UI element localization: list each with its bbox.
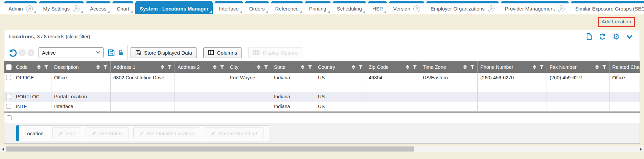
add-location-link[interactable]: Add Location	[601, 19, 631, 24]
tab-printing[interactable]: Printing	[305, 1, 331, 14]
filter-icon[interactable]	[44, 65, 48, 69]
cell-related-chart	[610, 102, 640, 111]
cell-fax-number	[547, 102, 610, 111]
cell-city	[227, 102, 271, 111]
sort-icon[interactable]	[533, 65, 536, 69]
filter-icon[interactable]	[602, 65, 606, 69]
sort-icon[interactable]	[37, 65, 41, 69]
chevron-down-icon[interactable]	[626, 34, 633, 39]
tab-hsp[interactable]: HSP	[368, 1, 387, 14]
pencil-icon	[59, 131, 63, 136]
tab-chart[interactable]: Chart	[112, 1, 134, 14]
filter-icon[interactable]	[220, 65, 224, 69]
panel-header: Locations, 3 / 8 records (clear filter) …	[4, 30, 640, 43]
sort-icon[interactable]	[352, 65, 355, 69]
create-org-chart-button: Create Org Chart	[205, 127, 263, 139]
row-checkbox[interactable]	[6, 104, 11, 109]
set-status-button: Set Status	[86, 127, 129, 139]
cell-code: INTF	[13, 102, 51, 111]
cell-city: Fort Wayne	[227, 73, 271, 92]
header-label: Country	[318, 64, 335, 70]
refresh-icon[interactable]	[599, 33, 606, 40]
gear-icon[interactable]: ⚙	[613, 33, 620, 40]
toolbar-divider	[245, 45, 245, 60]
external-link-icon	[488, 5, 495, 12]
tab-reference[interactable]: Reference	[271, 1, 303, 14]
table-row[interactable]: PORTLOC Portal Location Indiana US	[4, 92, 640, 102]
new-document-icon[interactable]	[586, 33, 592, 40]
footer-select-all-checkbox[interactable]	[7, 115, 12, 120]
tab-system-locations-manager[interactable]: System : Locations Manager	[135, 1, 213, 14]
tab-label: Access	[90, 6, 106, 12]
cell-country: US	[315, 102, 366, 111]
tab-orders[interactable]: Orders	[245, 1, 269, 14]
tab-scheduling[interactable]: Scheduling	[332, 1, 366, 14]
clear-filter-link[interactable]: clear filter	[67, 34, 89, 39]
scroll-right-arrow[interactable]	[638, 146, 644, 152]
store-displayed-data-button[interactable]: Store Displayed Data	[131, 47, 197, 58]
sort-icon[interactable]	[595, 65, 599, 69]
header-country: Country	[315, 61, 366, 73]
tab-provider-management[interactable]: Provider Management	[501, 1, 569, 14]
related-chart-link[interactable]: Office	[612, 75, 625, 80]
header-label: Code	[16, 64, 28, 70]
select-all-header-cell	[4, 61, 13, 73]
scrollbar-thumb[interactable]	[6, 146, 414, 152]
cell-fax-number	[547, 92, 610, 102]
scroll-left-arrow[interactable]	[0, 146, 6, 152]
tab-admin[interactable]: Admin	[4, 1, 37, 14]
header-label: Related Cha	[612, 64, 640, 70]
tab-interface[interactable]: Interface	[214, 1, 243, 14]
create-org-chart-label: Create Org Chart	[218, 131, 257, 136]
filter-icon[interactable]	[308, 65, 312, 69]
table-row[interactable]: INTF Interface Indiana US	[4, 102, 640, 112]
filter-icon[interactable]	[103, 65, 108, 69]
filter-icon[interactable]	[359, 65, 363, 69]
cell-phone-number	[478, 102, 547, 111]
cell-fax-number: (260) 459-6271	[547, 73, 610, 92]
sort-icon[interactable]	[96, 65, 100, 69]
tab-my-settings[interactable]: My Settings	[39, 1, 84, 14]
table-row[interactable]: OFFICE Office 6302 Constitution Drive Fo…	[4, 73, 640, 92]
filter-icon[interactable]	[413, 65, 417, 69]
tab-access[interactable]: Access	[86, 1, 111, 14]
columns-button[interactable]: Columns	[203, 47, 242, 58]
cell-address2	[175, 92, 227, 102]
filter-icon[interactable]	[264, 65, 268, 69]
tab-label: Employer Organizations	[431, 6, 485, 12]
sort-icon[interactable]	[301, 65, 304, 69]
header-label: Time Zone	[423, 64, 446, 70]
select-all-checkbox[interactable]	[6, 64, 12, 70]
sort-icon[interactable]	[161, 65, 164, 69]
sort-icon[interactable]	[463, 65, 467, 69]
cell-address1	[111, 92, 175, 102]
tab-label: Similar Exposure Groups (SEGs)	[575, 6, 644, 12]
status-filter-select[interactable]: Active	[39, 47, 104, 58]
next-page-icon[interactable]: ›	[27, 49, 34, 56]
row-checkbox[interactable]	[6, 75, 11, 80]
pencil-icon	[211, 131, 215, 136]
sort-icon[interactable]	[213, 65, 216, 69]
cell-related-chart	[610, 92, 640, 102]
undo-icon[interactable]	[8, 48, 17, 57]
horizontal-scrollbar[interactable]	[0, 146, 644, 152]
records-count: 3 / 8 records (clear filter)	[37, 34, 90, 39]
header-label: Phone Number	[480, 64, 513, 70]
edit-label: Edit	[66, 131, 75, 136]
tab-similar-exposure-groups[interactable]: Similar Exposure Groups (SEGs)	[571, 1, 644, 14]
tab-label: Chart	[117, 6, 129, 12]
row-checkbox[interactable]	[6, 94, 11, 99]
filter-icon[interactable]	[470, 65, 475, 69]
filter-icon[interactable]	[539, 65, 544, 69]
tab-employer-organizations[interactable]: Employer Organizations	[426, 1, 499, 14]
header-description: Description	[51, 61, 111, 73]
tab-label: Version	[393, 6, 410, 12]
filter-icon[interactable]	[167, 65, 172, 69]
sort-icon[interactable]	[406, 65, 409, 69]
sort-icon[interactable]	[257, 65, 260, 69]
previous-page-icon[interactable]: ‹	[19, 49, 26, 56]
header-label: Description	[54, 64, 79, 70]
tab-version[interactable]: Version	[389, 1, 424, 14]
lock-icon[interactable]	[117, 49, 124, 56]
save-filter-icon[interactable]	[108, 49, 115, 56]
